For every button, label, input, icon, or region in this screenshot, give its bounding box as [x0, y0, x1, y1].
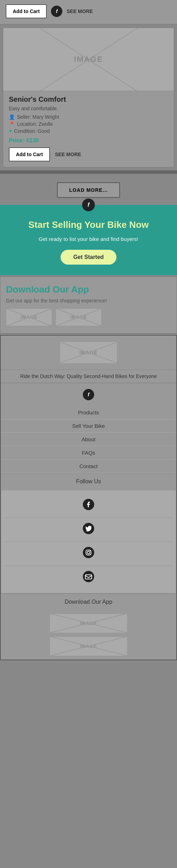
product-card: IMAGE Senior's Comfort Easy and comforta…: [3, 27, 174, 167]
footer-tagline: Ride the Dutch Way: Quality Second-Hand …: [1, 370, 176, 383]
seller-text: Seller: Mary Wright: [17, 114, 59, 120]
footer-social-area: [1, 490, 176, 594]
section-divider-1: [0, 170, 177, 174]
sell-cta-title: Start Selling Your Bike Now: [7, 219, 170, 231]
footer-nav-links: Products Sell Your Bike About FAQs Conta…: [1, 406, 176, 473]
download-app-description: Get our app for the best shopping experi…: [6, 298, 171, 303]
footer: IMAGE Ride the Dutch Way: Quality Second…: [0, 335, 177, 660]
see-more-link-top[interactable]: SEE MORE: [67, 8, 93, 14]
sell-cta-section: f Start Selling Your Bike Now Get ready …: [0, 205, 177, 275]
footer-nav-sell[interactable]: Sell Your Bike: [1, 419, 176, 433]
product-image: IMAGE: [3, 28, 174, 91]
app-badges: IMAGE IMAGE: [6, 308, 171, 326]
app-badge-2[interactable]: IMAGE: [56, 308, 102, 326]
instagram-row[interactable]: [5, 542, 172, 566]
sell-cta-logo: f: [82, 199, 95, 211]
download-app-section: Download Our App Get our app for the bes…: [0, 277, 177, 333]
sell-cta-description: Get ready to list your bike and find buy…: [7, 236, 170, 242]
footer-logo-area: IMAGE: [1, 336, 176, 370]
app-badge-1[interactable]: IMAGE: [6, 308, 52, 326]
footer-nav-products[interactable]: Products: [1, 406, 176, 419]
footer-download-title: Download Our App: [1, 594, 176, 610]
logo-icon-top: f: [51, 6, 62, 17]
location-text: Location: Zwolle: [17, 121, 53, 127]
top-partial-card: Add to Cart f SEE MORE: [0, 0, 177, 24]
instagram-icon: [83, 547, 94, 561]
footer-nav: f Products Sell Your Bike About FAQs Con…: [1, 383, 176, 473]
svg-point-2: [83, 547, 94, 558]
footer-nav-faqs[interactable]: FAQs: [1, 446, 176, 460]
product-title: Senior's Comfort: [9, 95, 168, 104]
footer-nav-about[interactable]: About: [1, 433, 176, 446]
product-price: Price: €130: [9, 137, 168, 144]
add-to-cart-button[interactable]: Add to Cart: [9, 147, 50, 161]
footer-app-badge-2[interactable]: IMAGE: [50, 637, 127, 656]
load-more-button[interactable]: LOAD MORE...: [57, 182, 120, 198]
get-started-button[interactable]: Get Started: [61, 250, 116, 265]
condition-icon: ♥: [9, 128, 12, 134]
footer-nav-contact[interactable]: Contact: [1, 460, 176, 473]
download-app-title: Download Our App: [6, 284, 171, 295]
add-to-cart-button-top[interactable]: Add to Cart: [6, 4, 47, 18]
see-more-button[interactable]: SEE MORE: [55, 152, 81, 157]
email-row[interactable]: [5, 566, 172, 590]
product-location: 📍 Location: Zwolle: [9, 121, 168, 127]
condition-text: Condition: Good: [14, 128, 50, 134]
footer-app-badge-1[interactable]: IMAGE: [50, 614, 127, 633]
footer-follow-title: Follow Us: [1, 473, 176, 490]
location-icon: 📍: [9, 121, 15, 127]
footer-nav-logo-row: f: [1, 383, 176, 406]
email-icon: [83, 571, 94, 585]
twitter-row[interactable]: [5, 518, 172, 542]
seller-icon: 👤: [9, 114, 15, 120]
product-condition: ♥ Condition: Good: [9, 128, 168, 134]
twitter-icon: [83, 523, 94, 537]
image-label: IMAGE: [74, 55, 103, 64]
footer-follow: Follow Us: [1, 473, 176, 594]
footer-nav-logo: f: [83, 389, 94, 400]
svg-point-6: [83, 571, 94, 582]
footer-app-badges: IMAGE IMAGE: [1, 610, 176, 660]
svg-point-5: [90, 550, 91, 551]
product-description: Easy and comfortable.: [9, 106, 168, 111]
card-body: Senior's Comfort Easy and comfortable. 👤…: [3, 91, 174, 167]
facebook-row[interactable]: [5, 494, 172, 518]
footer-logo-image: IMAGE: [60, 342, 117, 363]
facebook-icon: [83, 499, 94, 513]
